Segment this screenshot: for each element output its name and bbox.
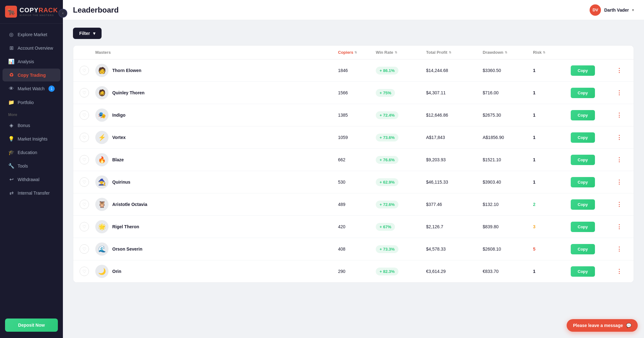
table-row: ♡ 🧔 Quinley Thoren 1566 + 75% $4,307.11 … xyxy=(73,82,634,104)
explore-market-icon: ◎ xyxy=(8,31,14,37)
win-rate-badge: + 82.3% xyxy=(376,268,398,275)
drawdown-value: $2608.10 xyxy=(483,247,533,252)
copy-actions: Copy xyxy=(571,88,615,98)
filter-button[interactable]: Filter ▾ xyxy=(73,28,102,39)
sidebar-item-explore-market[interactable]: ◎ Explore Market xyxy=(3,28,60,41)
th-total-profit-label: Total Profit xyxy=(426,50,447,55)
favorite-button[interactable]: ♡ xyxy=(80,267,89,276)
market-insights-icon: 💡 xyxy=(8,136,14,142)
copy-button[interactable]: Copy xyxy=(571,177,595,187)
copy-button[interactable]: Copy xyxy=(571,88,595,98)
risk-value: 1 xyxy=(533,180,571,185)
th-risk: Risk ⇅ xyxy=(533,50,571,55)
favorite-button[interactable]: ♡ xyxy=(80,155,89,164)
master-cell: 🧑 Thorn Elowen xyxy=(95,64,338,77)
copy-actions: Copy xyxy=(571,155,615,165)
more-options-button[interactable]: ⋮ xyxy=(615,245,624,253)
favorite-button[interactable]: ♡ xyxy=(80,133,89,142)
favorite-cell: ♡ xyxy=(80,155,95,164)
master-cell: 🌙 Orin xyxy=(95,265,338,278)
favorite-button[interactable]: ♡ xyxy=(80,177,89,187)
drawdown-value: $3360.50 xyxy=(483,68,533,73)
more-options-button[interactable]: ⋮ xyxy=(615,155,624,164)
master-avatar: 🎭 xyxy=(95,108,108,122)
sidebar-item-label: Internal Transfer xyxy=(18,191,50,196)
more-options-button[interactable]: ⋮ xyxy=(615,133,624,142)
copy-button[interactable]: Copy xyxy=(571,110,595,120)
win-rate-badge: + 86.1% xyxy=(376,67,398,75)
sidebar-item-bonus[interactable]: ◈ Bonus xyxy=(3,119,60,132)
favorite-button[interactable]: ♡ xyxy=(80,222,89,231)
logo-tagline: MIRROR THE MASTERS xyxy=(19,14,58,17)
favorite-button[interactable]: ♡ xyxy=(80,66,89,75)
more-options-button[interactable]: ⋮ xyxy=(615,222,624,231)
master-name: Thorn Elowen xyxy=(112,68,142,73)
deposit-now-button[interactable]: Deposit Now xyxy=(5,319,58,332)
chat-label: Please leave a message xyxy=(573,323,623,328)
drawdown-value: €833.70 xyxy=(483,269,533,274)
total-profit-value: $4,307.11 xyxy=(426,90,483,95)
sidebar-item-tools[interactable]: 🔧 Tools xyxy=(3,159,60,172)
chat-widget[interactable]: Please leave a message 💬 xyxy=(567,319,638,332)
sidebar-item-label: Account Overview xyxy=(18,46,53,51)
main-content: Leaderboard DV Darth Vader ▾ Filter ▾ Ma… xyxy=(63,0,644,338)
leaderboard-table: Masters Copiers ⇅ Win Rate ⇅ Total Profi… xyxy=(73,45,634,283)
sidebar-item-label: Bonus xyxy=(18,123,30,128)
sidebar-item-internal-transfer[interactable]: ⇄ Internal Transfer xyxy=(3,186,60,199)
favorite-button[interactable]: ♡ xyxy=(80,110,89,120)
favorite-cell: ♡ xyxy=(80,200,95,209)
master-name: Quirinus xyxy=(112,180,130,185)
master-avatar: 🔥 xyxy=(95,153,108,166)
sidebar-item-market-insights[interactable]: 💡 Market Insights xyxy=(3,132,60,145)
sidebar-collapse-button[interactable]: ‹ xyxy=(58,9,67,18)
th-drawdown: Drawdown ⇅ xyxy=(483,50,533,55)
more-options-button[interactable]: ⋮ xyxy=(615,200,624,209)
table-row: ♡ 🌙 Orin 290 + 82.3% €3,614.29 €833.70 1… xyxy=(73,260,634,282)
favorite-button[interactable]: ♡ xyxy=(80,244,89,254)
sidebar-item-account-overview[interactable]: ⊞ Account Overview xyxy=(3,42,60,54)
logo-icon: 🐂 xyxy=(5,6,17,18)
favorite-button[interactable]: ♡ xyxy=(80,88,89,97)
sidebar-item-copy-trading[interactable]: ♻ Copy Trading xyxy=(3,69,60,81)
master-name: Vortex xyxy=(112,135,126,140)
th-drawdown-label: Drawdown xyxy=(483,50,503,55)
more-options-button[interactable]: ⋮ xyxy=(615,111,624,119)
copy-button[interactable]: Copy xyxy=(571,199,595,210)
internal-transfer-icon: ⇄ xyxy=(8,190,14,196)
copy-button[interactable]: Copy xyxy=(571,65,595,76)
sidebar-item-portfolio[interactable]: 📁 Portfolio xyxy=(3,96,60,109)
chevron-down-icon: ▾ xyxy=(632,8,634,12)
total-profit-value: A$17,843 xyxy=(426,135,483,140)
sidebar-item-withdrawal[interactable]: ↩ Withdrawal xyxy=(3,173,60,186)
user-menu[interactable]: DV Darth Vader ▾ xyxy=(590,4,634,16)
logo-rack: RACK xyxy=(39,7,58,14)
svg-text:🐂: 🐂 xyxy=(7,8,15,16)
more-options-button[interactable]: ⋮ xyxy=(615,66,624,75)
copiers-value: 489 xyxy=(338,202,376,207)
master-cell: 🌟 Rigel Theron xyxy=(95,220,338,233)
win-rate-cell: + 73.6% xyxy=(376,134,426,141)
sidebar-item-market-watch[interactable]: 👁 Market Watch 1 xyxy=(3,82,60,95)
copy-button[interactable]: Copy xyxy=(571,132,595,143)
copiers-value: 290 xyxy=(338,269,376,274)
header: Leaderboard DV Darth Vader ▾ xyxy=(63,0,644,20)
table-header: Masters Copiers ⇅ Win Rate ⇅ Total Profi… xyxy=(73,46,634,59)
copy-button[interactable]: Copy xyxy=(571,244,595,254)
th-risk-label: Risk xyxy=(533,50,541,55)
copy-button[interactable]: Copy xyxy=(571,155,595,165)
sidebar-item-education[interactable]: 🎓 Education xyxy=(3,146,60,159)
sidebar-item-analysis[interactable]: 📊 Analysis xyxy=(3,55,60,68)
th-total-profit: Total Profit ⇅ xyxy=(426,50,483,55)
more-options-button[interactable]: ⋮ xyxy=(615,267,624,276)
favorite-button[interactable]: ♡ xyxy=(80,200,89,209)
favorite-cell: ♡ xyxy=(80,110,95,120)
copy-button[interactable]: Copy xyxy=(571,222,595,232)
copy-button[interactable]: Copy xyxy=(571,266,595,277)
favorite-cell: ♡ xyxy=(80,222,95,231)
copy-actions: Copy xyxy=(571,110,615,120)
more-options-button[interactable]: ⋮ xyxy=(615,178,624,186)
copiers-value: 408 xyxy=(338,247,376,252)
market-watch-icon: 👁 xyxy=(8,86,14,91)
win-rate-badge: + 73.6% xyxy=(376,134,398,141)
more-options-button[interactable]: ⋮ xyxy=(615,88,624,97)
